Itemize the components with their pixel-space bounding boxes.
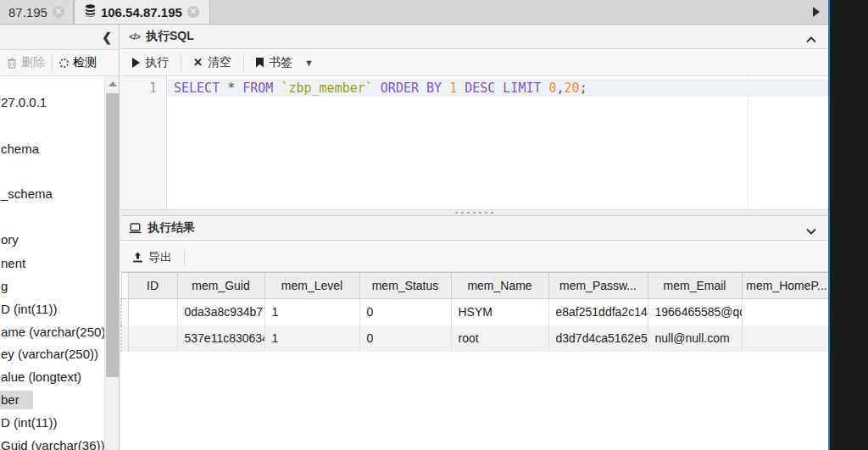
table-row: 0da3a8c934b773410HSYMe8af251ddfa2c141966… [121, 299, 828, 325]
table-cell[interactable]: HSYM [451, 299, 548, 325]
tab-scroll-right-icon[interactable] [813, 7, 820, 17]
export-label: 导出 [148, 250, 172, 265]
sql-token: FROM [242, 81, 273, 96]
export-button[interactable]: 导出 [120, 243, 184, 271]
table-cell[interactable] [742, 299, 828, 325]
sidebar-scrollbar[interactable] [104, 76, 119, 450]
bookmark-label: 书签 [269, 55, 292, 70]
scrollbar-thumb[interactable] [106, 93, 119, 377]
table-cell[interactable]: e8af251ddfa2c14 [548, 299, 648, 325]
bookmark-icon [256, 58, 264, 68]
sidebar-tree-item[interactable]: ory [0, 231, 22, 249]
scroll-up-icon[interactable] [108, 81, 117, 86]
table-cell[interactable]: 1 [264, 325, 359, 352]
column-header[interactable]: mem_HomeP... [742, 273, 828, 299]
tab-label: 106.54.87.195 [101, 5, 182, 19]
sidebar-tree-item[interactable]: Guid (varchar(36)) [0, 436, 104, 450]
sql-token [220, 81, 227, 96]
table-cell[interactable]: d3d7d4ca5162e5e [548, 325, 648, 352]
column-header[interactable]: mem_Passw... [548, 273, 648, 299]
close-icon[interactable]: ✕ [53, 6, 64, 18]
sql-editor[interactable]: 1 SELECT * FROM `zbp_member` ORDER BY 1 … [120, 76, 828, 209]
editor-gutter: 1 [120, 76, 167, 209]
database-icon [85, 4, 96, 19]
check-button[interactable]: 检测 [53, 55, 103, 70]
sidebar-tree-item[interactable]: chema [0, 140, 42, 158]
tab-connection-1[interactable]: 87.195 ✕ [0, 0, 74, 24]
screen: 87.195 ✕ 106.54.87.195 ✕ ❮ 删除 [0, 0, 868, 450]
table-cell[interactable]: 0 [359, 325, 451, 352]
sidebar-tree-item[interactable]: g [0, 277, 11, 296]
bookmark-button[interactable]: 书签 ▼ [244, 49, 326, 75]
run-button[interactable]: 执行 [120, 49, 181, 75]
results-table: IDmem_Guidmem_Levelmem_Statusmem_Namemem… [120, 272, 828, 352]
sql-token: 20 [565, 81, 580, 96]
row-handle-header [121, 273, 128, 299]
sql-token: DESC [465, 81, 495, 96]
collapse-sidebar-icon[interactable]: ❮ [102, 31, 112, 44]
results-panel-title: 执行结果 [147, 220, 195, 236]
column-header[interactable]: mem_Status [359, 273, 451, 299]
table-row: 537e11c8306340c10rootd3d7d4ca5162e5enull… [121, 325, 828, 352]
column-header[interactable]: mem_Name [451, 273, 548, 299]
table-cell[interactable]: 0da3a8c934b7734 [177, 299, 264, 325]
sql-token [373, 81, 381, 96]
table-cell[interactable]: 1966465585@qq.com [648, 299, 742, 325]
sql-token: SELECT [174, 81, 220, 96]
table-cell[interactable] [128, 325, 177, 352]
sql-token: 0 [549, 81, 557, 96]
sql-token: BY [426, 81, 442, 96]
table-cell[interactable] [742, 325, 828, 352]
sql-token [442, 81, 449, 96]
sql-token: 1 [449, 81, 457, 96]
sidebar-tree-item[interactable]: alue (longtext) [0, 368, 85, 386]
sidebar-tree-item[interactable]: nent [0, 254, 29, 273]
editor-scrollbar-track [748, 76, 748, 209]
results-toolbar: 导出 [120, 243, 828, 272]
row-handle[interactable] [121, 299, 128, 325]
sql-token: `zbp_member` [281, 81, 372, 96]
column-header[interactable]: mem_Email [648, 273, 742, 299]
pane-resize-handle[interactable] [120, 209, 828, 216]
sql-token [419, 81, 426, 96]
clear-icon: ✕ [193, 56, 203, 69]
sidebar-tree-item[interactable]: ame (varchar(250)) [0, 323, 104, 342]
table-cell[interactable] [128, 299, 177, 325]
sidebar-tree-item[interactable]: ber [0, 391, 33, 409]
sql-panel-header: </> 执行SQL [120, 25, 828, 49]
sidebar-tree-item[interactable]: ey (varchar(250)) [0, 345, 102, 364]
column-header[interactable]: mem_Level [264, 273, 359, 299]
close-icon[interactable]: ✕ [187, 6, 199, 18]
sidebar-header: ❮ [0, 25, 119, 50]
clear-label: 清空 [208, 55, 231, 70]
sidebar-tree-item[interactable]: 27.0.0.1 [0, 93, 50, 112]
collapse-sql-panel-icon[interactable] [806, 32, 816, 46]
sql-panel-title: 执行SQL [146, 29, 194, 44]
chevron-down-icon: ▼ [304, 58, 314, 68]
delete-label: 删除 [21, 55, 45, 70]
sidebar-tree-item[interactable]: _schema [0, 185, 56, 203]
app-window: 87.195 ✕ 106.54.87.195 ✕ ❮ 删除 [0, 0, 830, 450]
row-handle[interactable] [121, 325, 128, 352]
tab-label: 87.195 [8, 5, 47, 19]
sidebar-tree-item[interactable]: D (int(11)) [0, 414, 60, 432]
table-cell[interactable]: root [451, 325, 548, 352]
column-header[interactable]: mem_Guid [177, 273, 264, 299]
expand-results-panel-icon[interactable] [806, 224, 816, 237]
table-cell[interactable]: 0 [359, 299, 451, 325]
spinner-icon [59, 58, 69, 68]
table-cell[interactable]: 537e11c8306340c [177, 325, 264, 352]
sidebar-tree-item[interactable]: D (int(11)) [0, 300, 60, 319]
play-icon [132, 58, 140, 68]
column-header[interactable]: ID [128, 273, 177, 299]
tab-connection-2[interactable]: 106.54.87.195 ✕ [74, 0, 210, 24]
trash-icon [7, 58, 17, 69]
sql-token: , [557, 81, 565, 96]
delete-button[interactable]: 删除 [0, 55, 52, 70]
table-cell[interactable]: 1 [264, 299, 359, 325]
clear-button[interactable]: ✕ 清空 [181, 49, 243, 75]
table-cell[interactable]: null@null.com [648, 325, 742, 352]
main-pane: </> 执行SQL 执行 ✕ 清空 书签 [120, 25, 828, 450]
sql-token: LIMIT [503, 81, 541, 96]
sql-token [235, 81, 242, 96]
